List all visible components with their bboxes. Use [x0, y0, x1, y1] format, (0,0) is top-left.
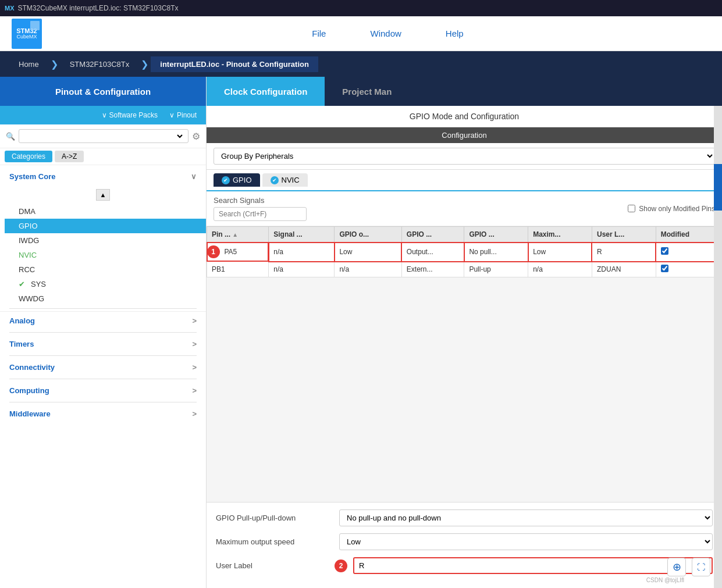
title-text: STM32CubeMX interruptLED.ioc: STM32F103C… — [18, 4, 179, 12]
middleware-arrow: > — [192, 409, 197, 418]
cube-icon — [30, 21, 40, 30]
tab-header-area: Pinout & Configuration — [0, 77, 206, 106]
cell-pa5-signal: n/a — [269, 243, 335, 262]
sidebar-item-rcc[interactable]: RCC — [5, 262, 206, 277]
zoom-in-btn[interactable]: ⊕ — [667, 558, 686, 576]
table-row-pa5[interactable]: 1 PA5 n/a Low Output... No pull... Low R — [207, 243, 722, 262]
software-packs-btn[interactable]: ∨ Software Packs — [102, 111, 158, 119]
main-layout: Pinout & Configuration ∨ Software Packs … — [0, 77, 722, 588]
nvic-check-icon: ✔ — [271, 176, 279, 184]
cell-pa5-badge: 1 PA5 — [207, 243, 269, 261]
logo-cube: CubeMX — [16, 34, 37, 40]
pull-up-row: GPIO Pull-up/Pull-down No pull-up and no… — [216, 509, 713, 526]
analog-arrow: > — [192, 316, 197, 325]
scroll-up-btn[interactable]: ▲ — [96, 189, 110, 201]
show-modified-row: Show only Modified Pins — [628, 205, 715, 213]
cell-pa5-label: R — [592, 243, 656, 262]
gear-icon[interactable]: ⚙ — [192, 131, 200, 142]
cell-pa5-mode: Output... — [401, 243, 464, 262]
content-area: GPIO Mode and Configuration Configuratio… — [207, 106, 722, 588]
sidebar-item-nvic[interactable]: NVIC — [5, 248, 206, 262]
connectivity-arrow: > — [192, 363, 197, 372]
cell-pb1-label: ZDUAN — [592, 262, 656, 277]
signals-table: Pin ... ▲ Signal ... GPIO o... GPIO ... … — [207, 226, 722, 277]
tab-categories[interactable]: Categories — [5, 151, 52, 162]
sidebar-item-gpio[interactable]: GPIO — [5, 219, 206, 233]
breadcrumb: Home ❯ STM32F103C8Tx ❯ interruptLED.ioc … — [0, 51, 722, 77]
signals-table-wrap: Pin ... ▲ Signal ... GPIO o... GPIO ... … — [207, 226, 722, 277]
gpio-tab-gpio[interactable]: ✔ GPIO — [214, 173, 260, 187]
computing-header[interactable]: Computing > — [0, 382, 206, 400]
menu-help[interactable]: Help — [441, 26, 468, 41]
sidebar-item-dma[interactable]: DMA — [5, 204, 206, 219]
tab-az[interactable]: A->Z — [55, 151, 84, 162]
pull-up-select[interactable]: No pull-up and no pull-down — [339, 509, 713, 526]
zoom-fit-btn[interactable]: ⛶ — [692, 558, 710, 576]
tab-pinout[interactable]: Pinout & Configuration — [0, 77, 206, 106]
max-speed-select[interactable]: Low — [339, 533, 713, 550]
breadcrumb-arrow-1: ❯ — [51, 59, 58, 70]
user-label-label: User Label — [216, 561, 332, 570]
divider-connectivity — [9, 379, 197, 379]
search-signals-area: Search Signals Show only Modified Pins — [207, 191, 722, 226]
pull-up-label: GPIO Pull-up/Pull-down — [216, 514, 332, 522]
search-input-wrap[interactable] — [19, 129, 188, 143]
chevron-down-icon: ∨ — [102, 111, 107, 119]
breadcrumb-mcu[interactable]: STM32F103C8Tx — [61, 56, 139, 72]
sidebar-item-wwdg[interactable]: WWDG — [5, 291, 206, 306]
col-gpio-mode[interactable]: GPIO ... — [401, 227, 464, 243]
cell-pa5-speed: Low — [528, 243, 592, 262]
search-dropdown[interactable] — [23, 131, 184, 141]
menu-file[interactable]: File — [307, 26, 330, 41]
col-maxspeed[interactable]: Maxim... — [528, 227, 592, 243]
timers-header[interactable]: Timers > — [0, 335, 206, 353]
logo-area: STM32 CubeMX — [12, 19, 42, 49]
col-signal[interactable]: Signal ... — [269, 227, 335, 243]
col-userlabel[interactable]: User L... — [592, 227, 656, 243]
category-tabs: Categories A->Z — [0, 148, 206, 165]
menu-window[interactable]: Window — [365, 26, 406, 41]
user-label-input[interactable] — [353, 557, 713, 574]
scrollbar-thumb[interactable] — [714, 164, 722, 211]
show-modified-checkbox[interactable] — [628, 205, 635, 212]
tab-project[interactable]: Project Man — [325, 77, 409, 106]
sidebar-search-row: 🔍 ⚙ — [0, 124, 206, 148]
cell-pa5-pull: No pull... — [464, 243, 528, 262]
col-gpio-pull[interactable]: GPIO ... — [464, 227, 528, 243]
search-signals-input[interactable] — [214, 207, 307, 221]
cell-pb1-speed: n/a — [528, 262, 592, 277]
analog-header[interactable]: Analog > — [0, 312, 206, 330]
sidebar-item-iwdg[interactable]: IWDG — [5, 233, 206, 248]
show-modified-label: Show only Modified Pins — [639, 205, 715, 213]
tab-clock[interactable]: Clock Configuration — [207, 77, 325, 106]
connectivity-header[interactable]: Connectivity > — [0, 358, 206, 376]
breadcrumb-home[interactable]: Home — [9, 56, 48, 72]
watermark: CSDN @tojLIfl — [646, 577, 684, 583]
pinout-btn[interactable]: ∨ Pinout — [169, 111, 197, 119]
max-speed-row: Maximum output speed Low — [216, 533, 713, 550]
spacer — [207, 277, 722, 502]
scrollbar-track[interactable] — [714, 106, 722, 588]
system-core-arrow: ∨ — [191, 172, 197, 181]
gpio-tab-nvic[interactable]: ✔ NVIC — [262, 173, 308, 187]
table-row-pb1[interactable]: PB1 n/a n/a Extern... Pull-up n/a ZDUAN — [207, 262, 722, 277]
gpio-check-icon: ✔ — [222, 176, 230, 184]
title-bar: MX STM32CubeMX interruptLED.ioc: STM32F1… — [0, 0, 722, 16]
col-gpio-output[interactable]: GPIO o... — [335, 227, 401, 243]
col-modified[interactable]: Modified — [656, 227, 721, 243]
breadcrumb-project[interactable]: interruptLED.ioc - Pinout & Configuratio… — [151, 56, 318, 72]
col-pin[interactable]: Pin ... ▲ — [207, 227, 269, 243]
sidebar-bottom-sections: Analog > Timers > Connectivity > Computi… — [0, 311, 206, 423]
system-core-header[interactable]: System Core ∨ — [0, 168, 206, 186]
middleware-header[interactable]: Middleware > — [0, 405, 206, 423]
pb1-modified-checkbox[interactable] — [661, 265, 668, 272]
cell-pb1-output: n/a — [335, 262, 401, 277]
cell-pa5-modified — [656, 243, 721, 262]
group-by-select[interactable]: Group By Peripherals — [214, 148, 715, 165]
badge-2: 2 — [335, 560, 347, 572]
sidebar-item-sys[interactable]: ✔ SYS — [5, 277, 206, 291]
menu-items: File Window Help — [65, 26, 710, 41]
search-signals-label: Search Signals — [214, 196, 307, 205]
pa5-modified-checkbox[interactable] — [661, 247, 668, 255]
divider-1 — [9, 308, 197, 309]
